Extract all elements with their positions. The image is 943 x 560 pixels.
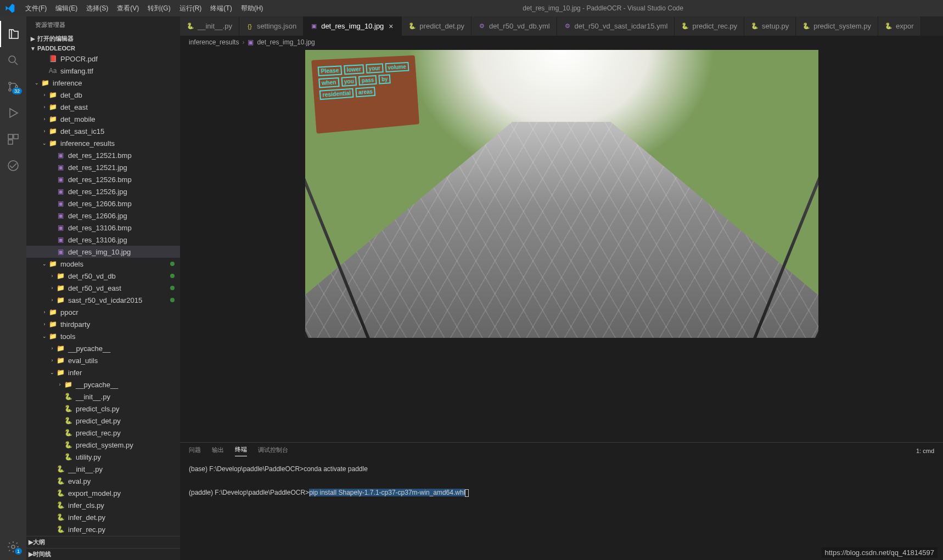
file-item[interactable]: ▣det_res_12521.bmp [26, 149, 180, 161]
py-icon: 🐍 [64, 452, 72, 461]
ocr-word: residential [319, 88, 353, 100]
run-debug-icon[interactable] [0, 100, 26, 126]
editor-tab[interactable]: {}settings.json [239, 16, 304, 36]
menu-item[interactable]: 运行(R) [175, 4, 206, 12]
image-viewer[interactable]: Pleaseloweryourvolumewhenyoupassbyreside… [180, 49, 943, 442]
folder-item[interactable]: ›📁det_sast_ic15 [26, 125, 180, 137]
panel-tab[interactable]: 调试控制台 [258, 446, 288, 456]
folder-icon: 📁 [48, 103, 57, 111]
menu-item[interactable]: 选择(S) [82, 4, 113, 12]
folder-item[interactable]: ⌄📁models [26, 258, 180, 270]
file-item[interactable]: 🐍__init__.py [26, 391, 180, 403]
breadcrumb-item[interactable]: det_res_img_10.jpg [257, 38, 315, 46]
extensions-icon[interactable] [0, 126, 26, 152]
panel-tab[interactable]: 输出 [212, 446, 224, 456]
panel-tab[interactable]: 问题 [189, 446, 201, 456]
folder-item[interactable]: ›📁det_db [26, 89, 180, 101]
editor-tab[interactable]: ▣det_res_img_10.jpg× [304, 16, 402, 36]
file-item[interactable]: 🐍infer_cls.py [26, 499, 180, 511]
source-control-icon[interactable]: 32 [0, 73, 26, 100]
file-item[interactable]: ▣det_res_12526.bmp [26, 173, 180, 185]
editor-tab[interactable]: 🐍predict_rec.py [675, 16, 744, 36]
chevron-right-icon: › [48, 358, 56, 363]
editor-tab[interactable]: ⚙det_r50_vd_db.yml [472, 16, 557, 36]
folder-item[interactable]: ›📁__pycache__ [26, 342, 180, 354]
editor-tab[interactable]: 🐍predict_det.py [402, 16, 472, 36]
chevron-right-icon: › [48, 285, 56, 291]
editor-tab[interactable]: 🐍__init__.py [180, 16, 239, 36]
close-icon[interactable]: × [387, 22, 395, 30]
file-item[interactable]: 🐍export_model.py [26, 487, 180, 499]
file-item[interactable]: 🐍predict_rec.py [26, 427, 180, 439]
file-item[interactable]: ▣det_res_12521.jpg [26, 161, 180, 173]
breadcrumb[interactable]: inference_results › ▣ det_res_img_10.jpg [180, 36, 943, 49]
file-item[interactable]: 🐍eval.py [26, 475, 180, 487]
settings-gear-icon[interactable]: 1 [0, 534, 26, 560]
timeline-header[interactable]: ▶时间线 [26, 548, 180, 560]
file-item[interactable]: ▣det_res_12526.jpg [26, 185, 180, 197]
editor-tab[interactable]: 🐍setup.py [744, 16, 796, 36]
chevron-right-icon: › [48, 297, 56, 303]
folder-icon: 📁 [56, 368, 65, 377]
file-item[interactable]: ▣det_res_img_10.jpg [26, 246, 180, 258]
tab-label: expor [896, 22, 914, 30]
panel-tab[interactable]: 终端 [235, 445, 247, 456]
outline-header[interactable]: ▶大纲 [26, 536, 180, 548]
editor-tab[interactable]: 🐍predict_system.py [796, 16, 878, 36]
menu-item[interactable]: 帮助(H) [237, 4, 268, 12]
file-item[interactable]: ▣det_res_13106.bmp [26, 222, 180, 234]
menu-item[interactable]: 文件(F) [21, 4, 51, 12]
menu-item[interactable]: 转到(G) [143, 4, 175, 12]
folder-item[interactable]: ›📁sast_r50_vd_icdar2015 [26, 294, 180, 306]
project-header[interactable]: ▼PADDLEOCR [26, 44, 180, 53]
chevron-right-icon: ▶ [29, 539, 33, 546]
ocr-word: volume [385, 62, 409, 72]
folder-item[interactable]: ›📁eval_utils [26, 354, 180, 366]
folder-item[interactable]: ›📁det_mobile [26, 113, 180, 125]
folder-icon: 📁 [48, 308, 57, 316]
tree-label: inference_results [60, 139, 115, 148]
chevron-down-icon: ⌄ [41, 333, 48, 339]
editor-tab[interactable]: ⚙det_r50_vd_sast_icdar15.yml [557, 16, 675, 36]
file-item[interactable]: 📕PPOCR.pdf [26, 53, 180, 65]
terminal-selector[interactable]: 1: cmd [916, 448, 934, 454]
breadcrumb-item[interactable]: inference_results [189, 38, 239, 46]
file-item[interactable]: 🐍infer_det.py [26, 511, 180, 523]
py-icon: 🐍 [64, 392, 72, 401]
menu-item[interactable]: 终端(T) [206, 4, 236, 12]
chevron-right-icon: › [41, 321, 48, 327]
file-item[interactable]: 🐍predict_cls.py [26, 403, 180, 415]
chevron-down-icon: ⌄ [33, 80, 41, 86]
folder-item[interactable]: ⌄📁inference_results [26, 137, 180, 149]
file-item[interactable]: ▣det_res_13106.jpg [26, 234, 180, 246]
explorer-icon[interactable] [0, 21, 26, 47]
file-item[interactable]: 🐍utility.py [26, 451, 180, 463]
folder-item[interactable]: ›📁det_r50_vd_east [26, 282, 180, 294]
remote-icon[interactable] [0, 152, 26, 179]
file-item[interactable]: Aasimfang.ttf [26, 65, 180, 77]
editor-tab[interactable]: 🐍expor [878, 16, 921, 36]
open-editors-header[interactable]: ▶打开的编辑器 [26, 33, 180, 44]
file-item[interactable]: ▣det_res_12606.bmp [26, 197, 180, 210]
folder-item[interactable]: ›📁det_east [26, 101, 180, 113]
img-icon: ▣ [56, 199, 65, 208]
file-item[interactable]: 🐍predict_system.py [26, 439, 180, 451]
file-item[interactable]: ▣det_res_12606.jpg [26, 210, 180, 222]
settings-badge: 1 [15, 548, 22, 555]
folder-item[interactable]: ⌄📁tools [26, 330, 180, 342]
terminal[interactable]: (base) F:\Develop\paddle\PaddleOCR>conda… [180, 459, 943, 560]
folder-item[interactable]: ⌄📁infer [26, 366, 180, 378]
file-item[interactable]: 🐍__init__.py [26, 463, 180, 475]
file-item[interactable]: 🐍predict_det.py [26, 415, 180, 427]
folder-item[interactable]: ›📁__pycache__ [26, 378, 180, 391]
menu-item[interactable]: 编辑(E) [51, 4, 82, 12]
folder-item[interactable]: ›📁ppocr [26, 306, 180, 318]
menu-item[interactable]: 查看(V) [113, 4, 143, 12]
folder-item[interactable]: ›📁det_r50_vd_db [26, 270, 180, 282]
file-item[interactable]: 🐍infer_rec.py [26, 523, 180, 535]
folder-item[interactable]: ⌄📁inference [26, 77, 180, 89]
window-title: det_res_img_10.jpg - PaddleOCR - Visual … [267, 4, 939, 12]
folder-item[interactable]: ›📁thirdparty [26, 318, 180, 330]
search-icon[interactable] [0, 47, 26, 73]
svg-rect-6 [8, 140, 13, 144]
